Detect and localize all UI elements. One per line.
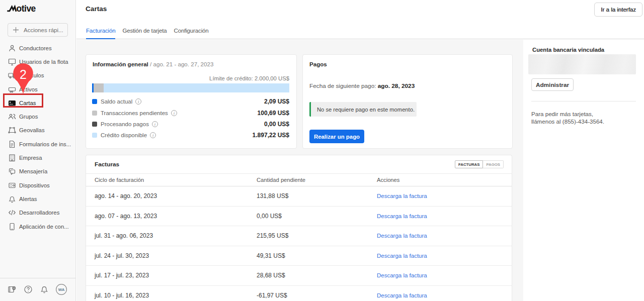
svg-text:otive: otive bbox=[17, 4, 36, 13]
svg-text:WA: WA bbox=[58, 287, 65, 292]
